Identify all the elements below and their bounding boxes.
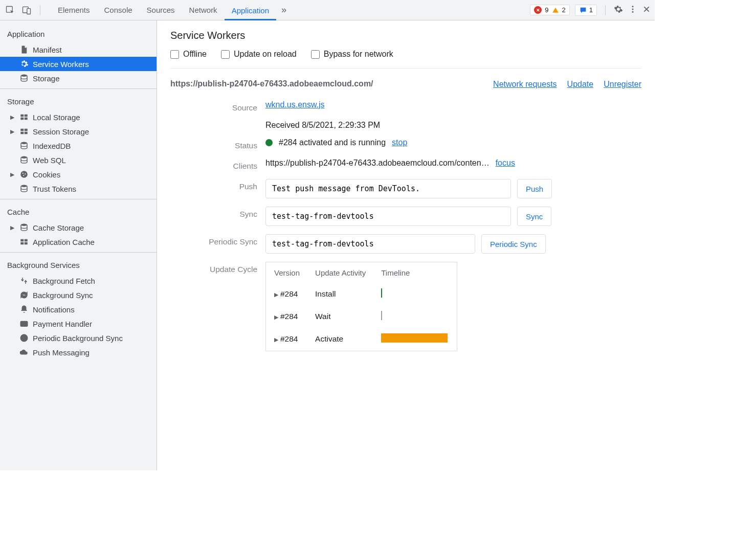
sidebar-item-cookies[interactable]: ▶Cookies bbox=[0, 167, 157, 182]
error-warning-badge[interactable]: 9 2 bbox=[530, 5, 569, 15]
col-version: Version bbox=[267, 263, 307, 282]
stop-link[interactable]: stop bbox=[392, 138, 407, 147]
status-dot-icon bbox=[265, 139, 273, 146]
sidebar-item-trust-tokens[interactable]: Trust Tokens bbox=[0, 182, 157, 196]
sidebar-item-label: Manifest bbox=[33, 46, 62, 54]
sidebar-item-local-storage[interactable]: ▶Local Storage bbox=[0, 110, 157, 124]
sidebar-item-background-fetch[interactable]: Background Fetch bbox=[0, 274, 157, 288]
unregister-link[interactable]: Unregister bbox=[604, 80, 641, 89]
update-on-reload-checkbox[interactable]: Update on reload bbox=[221, 50, 297, 59]
warning-count: 2 bbox=[562, 6, 566, 14]
bypass-network-checkbox[interactable]: Bypass for network bbox=[311, 50, 393, 59]
sidebar-item-push-messaging[interactable]: Push Messaging bbox=[0, 345, 157, 359]
svg-rect-23 bbox=[20, 239, 24, 242]
sidebar-item-service-workers[interactable]: Service Workers bbox=[0, 57, 157, 71]
application-sidebar: ApplicationManifestService WorkersStorag… bbox=[0, 20, 157, 470]
push-input[interactable] bbox=[265, 179, 511, 198]
grid-icon bbox=[19, 127, 29, 136]
cycle-row[interactable]: ▶#284Wait bbox=[267, 306, 456, 327]
expand-icon: ▶ bbox=[10, 224, 15, 231]
issues-count: 1 bbox=[589, 6, 593, 14]
expand-icon[interactable]: ▶ bbox=[274, 314, 278, 320]
expand-icon: ▶ bbox=[10, 114, 15, 121]
sync-button[interactable]: Sync bbox=[517, 207, 551, 226]
timeline-tick-icon bbox=[381, 288, 382, 298]
svg-point-5 bbox=[632, 11, 634, 13]
sidebar-item-label: Service Workers bbox=[33, 60, 89, 69]
update-cycle-table: Version Update Activity Timeline ▶#284In… bbox=[265, 262, 457, 351]
tab-network[interactable]: Network bbox=[182, 0, 225, 20]
expand-icon[interactable]: ▶ bbox=[274, 336, 278, 343]
db-icon bbox=[19, 141, 29, 150]
status-label: Status bbox=[170, 138, 257, 150]
sidebar-item-indexeddb[interactable]: IndexedDB bbox=[0, 139, 157, 153]
sidebar-item-manifest[interactable]: Manifest bbox=[0, 42, 157, 57]
devtools-toolbar: Elements Console Sources Network Applica… bbox=[0, 0, 655, 20]
divider bbox=[40, 5, 40, 15]
periodic-sync-input[interactable] bbox=[265, 234, 475, 254]
received-timestamp: Received 8/5/2021, 2:29:33 PM bbox=[265, 121, 641, 130]
tabs-overflow-icon[interactable]: » bbox=[276, 5, 292, 15]
sidebar-item-web-sql[interactable]: Web SQL bbox=[0, 153, 157, 167]
grid-icon bbox=[19, 112, 29, 122]
sidebar-item-label: Background Sync bbox=[33, 291, 93, 300]
service-workers-panel: Service Workers Offline Update on reload… bbox=[157, 20, 655, 470]
push-label: Push bbox=[170, 179, 257, 191]
close-icon[interactable] bbox=[642, 5, 651, 15]
tab-sources[interactable]: Sources bbox=[140, 0, 182, 20]
origin-url: https://publish-p24704-e76433.adobeaemcl… bbox=[170, 78, 373, 90]
sidebar-item-background-sync[interactable]: Background Sync bbox=[0, 288, 157, 302]
offline-checkbox[interactable]: Offline bbox=[170, 50, 207, 59]
svg-rect-14 bbox=[25, 132, 28, 134]
focus-link[interactable]: focus bbox=[496, 159, 515, 168]
sync-icon bbox=[19, 290, 29, 300]
periodic-sync-button[interactable]: Periodic Sync bbox=[481, 234, 546, 254]
file-icon bbox=[19, 45, 29, 54]
svg-rect-7 bbox=[20, 115, 24, 117]
push-button[interactable]: Push bbox=[517, 179, 552, 198]
sidebar-item-storage[interactable]: Storage bbox=[0, 71, 157, 85]
panel-title: Service Workers bbox=[170, 30, 641, 41]
more-icon[interactable] bbox=[628, 5, 637, 15]
tab-application[interactable]: Application bbox=[225, 0, 276, 20]
sidebar-item-label: Local Storage bbox=[33, 113, 80, 122]
sidebar-item-payment-handler[interactable]: Payment Handler bbox=[0, 316, 157, 331]
sidebar-item-label: Trust Tokens bbox=[33, 185, 76, 193]
sidebar-item-notifications[interactable]: Notifications bbox=[0, 302, 157, 316]
update-link[interactable]: Update bbox=[567, 80, 594, 89]
sidebar-item-periodic-background-sync[interactable]: Periodic Background Sync bbox=[0, 331, 157, 345]
inspect-icon[interactable] bbox=[4, 4, 16, 16]
db-icon bbox=[19, 184, 29, 193]
settings-icon[interactable] bbox=[614, 5, 623, 15]
gear-icon bbox=[19, 59, 29, 69]
warning-icon bbox=[552, 7, 559, 14]
cycle-row[interactable]: ▶#284Install bbox=[267, 283, 456, 305]
panel-tabs: Elements Console Sources Network Applica… bbox=[51, 0, 292, 20]
source-file-link[interactable]: wknd.us.ensw.js bbox=[265, 100, 325, 109]
sync-input[interactable] bbox=[265, 207, 511, 226]
network-requests-link[interactable]: Network requests bbox=[493, 80, 557, 89]
svg-rect-10 bbox=[25, 118, 28, 120]
source-label: Source bbox=[170, 100, 257, 112]
timeline-bar-icon bbox=[381, 333, 448, 343]
sidebar-item-label: Web SQL bbox=[33, 156, 66, 165]
expand-icon[interactable]: ▶ bbox=[274, 291, 278, 298]
tab-elements[interactable]: Elements bbox=[51, 0, 97, 20]
sidebar-item-label: Application Cache bbox=[33, 238, 95, 246]
timeline-tick-icon bbox=[381, 311, 382, 320]
device-toggle-icon[interactable] bbox=[20, 4, 33, 16]
expand-icon: ▶ bbox=[10, 171, 15, 178]
sidebar-item-label: Background Fetch bbox=[33, 277, 95, 285]
update-cycle-label: Update Cycle bbox=[170, 262, 257, 274]
issues-badge[interactable]: 1 bbox=[575, 5, 597, 16]
tab-console[interactable]: Console bbox=[97, 0, 140, 20]
cookie-icon bbox=[19, 170, 29, 179]
sidebar-item-session-storage[interactable]: ▶Session Storage bbox=[0, 124, 157, 139]
sidebar-item-application-cache[interactable]: Application Cache bbox=[0, 235, 157, 249]
cycle-row[interactable]: ▶#284Activate bbox=[267, 328, 456, 350]
sidebar-item-cache-storage[interactable]: ▶Cache Storage bbox=[0, 220, 157, 235]
svg-point-4 bbox=[632, 9, 634, 10]
bell-icon bbox=[19, 305, 29, 314]
svg-point-3 bbox=[632, 6, 634, 7]
svg-point-21 bbox=[21, 185, 27, 188]
